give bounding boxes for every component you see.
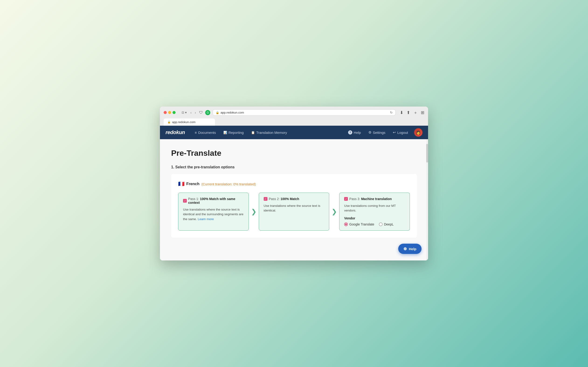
app-nav: redokun ≡ Documents 📊 Reporting 📋 Transl…	[160, 126, 428, 139]
close-button[interactable]	[164, 111, 167, 114]
browser-controls: ⊡ ▾ ‹ › 🛡 G	[180, 110, 210, 115]
download-icon[interactable]: ⬇	[400, 110, 403, 115]
pass2-checkbox[interactable]: ✓	[264, 197, 267, 201]
address-bar[interactable]: 🔒 app.redokun.com ↻	[213, 109, 396, 116]
nav-reporting-label: Reporting	[229, 131, 244, 134]
nav-documents[interactable]: ≡ Documents	[191, 129, 219, 136]
vendor-label: Vendor	[344, 216, 405, 220]
translation-memory-icon: 📋	[251, 131, 255, 134]
deepl-radio[interactable]	[379, 222, 383, 226]
avatar-image: 👩	[416, 130, 421, 135]
pass2-title: ✓ Pass 2: 100% Match	[264, 197, 324, 201]
pass1-description: Use translations where the source text i…	[183, 207, 244, 222]
passes-container: ✓ Pass 1: 100% Match with same context U…	[178, 192, 410, 231]
pass3-description: Use translations coming from our MT vend…	[344, 204, 405, 213]
grammarly-icon: G	[205, 110, 210, 115]
grid-icon[interactable]: ⊞	[421, 110, 424, 115]
pass1-prefix: Pass 1:	[188, 197, 200, 201]
vendor-section: Vendor Google Translate DeepL	[344, 216, 405, 226]
nav-reporting[interactable]: 📊 Reporting	[220, 129, 247, 136]
nav-logout-label: Logout	[397, 131, 408, 134]
tab-title: app.redokun.com	[172, 120, 195, 124]
vendor-options: Google Translate DeepL	[344, 222, 405, 226]
translation-status: (Current translation: 0% translated)	[201, 182, 256, 186]
page-title: Pre-Translate	[171, 149, 417, 158]
arrow-1: ❯	[249, 192, 259, 231]
nav-translation-memory-label: Translation Memory	[256, 131, 287, 134]
chevron-right-icon-2: ❯	[331, 208, 337, 216]
pass3-checkbox[interactable]: ✓	[344, 197, 348, 201]
address-bar-icons: ↻	[390, 111, 393, 114]
url-display: app.redokun.com	[221, 111, 244, 114]
arrow-2: ❯	[329, 192, 339, 231]
nav-settings[interactable]: ⚙ Settings	[365, 128, 389, 136]
browser-window: ⊡ ▾ ‹ › 🛡 G 🔒 app.redokun.com ↻ ⬇ ⬆ ＋ ⊞	[160, 107, 428, 260]
pass2-label: Pass 2: 100% Match	[269, 197, 299, 201]
active-tab[interactable]: 🔒 app.redokun.com	[164, 118, 215, 126]
browser-titlebar: ⊡ ▾ ‹ › 🛡 G 🔒 app.redokun.com ↻ ⬇ ⬆ ＋ ⊞	[164, 109, 424, 116]
pass3-title: ✓ Pass 3: Machine translation	[344, 197, 405, 201]
new-tab-icon[interactable]: ＋	[413, 110, 418, 116]
pass2-description: Use translations where the source text i…	[264, 204, 324, 213]
pass2-prefix: Pass 2:	[269, 197, 281, 201]
pass2-bold: 100% Match	[281, 197, 299, 201]
refresh-icon[interactable]: ↻	[390, 111, 393, 114]
deepl-label: DeepL	[384, 222, 394, 226]
browser-chrome: ⊡ ▾ ‹ › 🛡 G 🔒 app.redokun.com ↻ ⬇ ⬆ ＋ ⊞	[160, 107, 428, 126]
nav-right: ? Help ⚙ Settings ↩ Logout 👩	[345, 128, 422, 137]
google-translate-radio[interactable]	[344, 222, 348, 226]
reporting-icon: 📊	[223, 131, 227, 134]
pass3-label: Pass 3: Machine translation	[349, 197, 392, 201]
section-box: 🇫🇷 French (Current translation: 0% trans…	[171, 174, 417, 238]
nav-settings-label: Settings	[373, 131, 385, 134]
app-logo: redokun	[166, 129, 185, 135]
nav-documents-label: Documents	[198, 131, 216, 134]
pass1-label: Pass 1: 100% Match with same context	[188, 197, 244, 204]
browser-tabs: 🔒 app.redokun.com	[164, 118, 424, 126]
pass3-prefix: Pass 3:	[349, 197, 361, 201]
section-header: 1. Select the pre-translation options	[171, 165, 417, 169]
settings-icon: ⚙	[368, 130, 371, 134]
pass3-card: ✓ Pass 3: Machine translation Use transl…	[339, 192, 410, 231]
sidebar-toggle-button[interactable]: ⊡ ▾	[180, 110, 188, 115]
nav-translation-memory[interactable]: 📋 Translation Memory	[248, 129, 290, 136]
maximize-button[interactable]	[173, 111, 175, 114]
pass1-checkbox[interactable]: ✓	[183, 199, 187, 203]
google-translate-label: Google Translate	[349, 222, 374, 226]
logout-icon: ↩	[393, 130, 396, 134]
lock-icon: 🔒	[216, 111, 219, 114]
forward-button[interactable]: ›	[194, 110, 197, 115]
nav-help[interactable]: ? Help	[345, 128, 364, 136]
pass1-title: ✓ Pass 1: 100% Match with same context	[183, 197, 244, 204]
nav-links: ≡ Documents 📊 Reporting 📋 Translation Me…	[191, 129, 343, 136]
help-circle-icon: ?	[348, 130, 352, 134]
user-avatar[interactable]: 👩	[414, 128, 422, 137]
shield-icon: 🛡	[198, 110, 204, 115]
page-content: Pre-Translate 1. Select the pre-translat…	[160, 139, 428, 260]
nav-help-label: Help	[354, 131, 361, 134]
pass1-card: ✓ Pass 1: 100% Match with same context U…	[178, 192, 249, 231]
pass1-learn-more[interactable]: Learn more	[198, 217, 214, 221]
vendor-deepl[interactable]: DeepL	[379, 222, 394, 226]
page-wrapper: redokun ≡ Documents 📊 Reporting 📋 Transl…	[160, 126, 428, 260]
help-float-button[interactable]: ⊛ Help	[398, 244, 422, 254]
chevron-right-icon-1: ❯	[251, 208, 257, 216]
help-float-label: Help	[409, 247, 416, 251]
pass2-card: ✓ Pass 2: 100% Match Use translations wh…	[259, 192, 330, 231]
language-header: 🇫🇷 French (Current translation: 0% trans…	[178, 181, 410, 187]
help-lifebuoy-icon: ⊛	[403, 246, 407, 251]
scrollbar[interactable]	[426, 139, 428, 260]
scrollbar-thumb[interactable]	[426, 144, 428, 163]
language-name: French	[186, 182, 199, 186]
vendor-google[interactable]: Google Translate	[344, 222, 374, 226]
traffic-lights	[164, 111, 175, 114]
browser-toolbar-icons: ⬇ ⬆ ＋ ⊞	[400, 110, 424, 116]
nav-logout[interactable]: ↩ Logout	[389, 128, 411, 136]
pass3-bold: Machine translation	[361, 197, 392, 201]
minimize-button[interactable]	[168, 111, 171, 114]
share-icon[interactable]: ⬆	[407, 110, 410, 115]
back-button[interactable]: ‹	[190, 110, 193, 115]
tab-favicon: 🔒	[167, 121, 171, 124]
french-flag: 🇫🇷	[178, 181, 184, 187]
documents-icon: ≡	[195, 131, 197, 134]
